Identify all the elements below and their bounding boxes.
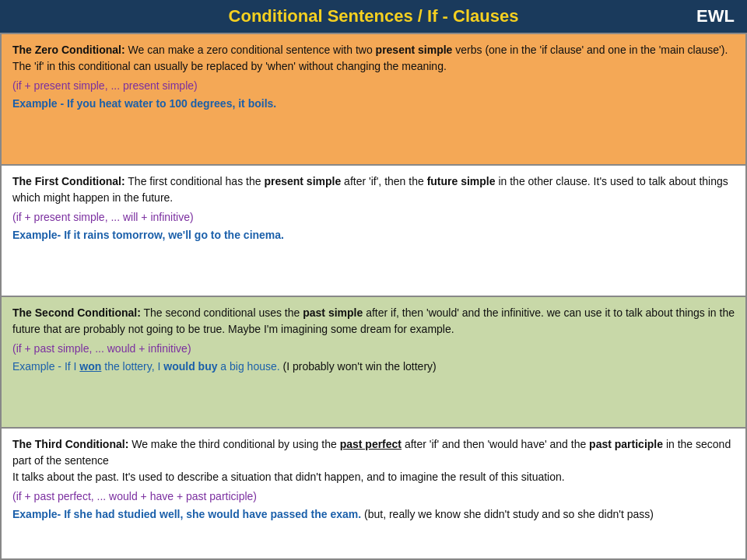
- first-example-bold: Example- If it rains tomorrow, we'll go …: [12, 229, 284, 241]
- zero-formula: (if + present simple, ... present simple…: [12, 78, 735, 94]
- second-example-buy: would buy: [163, 360, 217, 373]
- section-second: The Second Conditional: The second condi…: [2, 297, 745, 429]
- second-body1: The second conditional uses the: [141, 306, 303, 319]
- page-title: Conditional Sentences / If - Clauses: [229, 6, 519, 26]
- third-example: Example- If she had studied well, she wo…: [12, 506, 735, 523]
- zero-body1: We can make a zero conditional sentence …: [125, 44, 376, 56]
- page-header: Conditional Sentences / If - Clauses EWL: [0, 0, 747, 33]
- second-label: The Second Conditional:: [12, 306, 141, 319]
- third-example-blue: Example- If she had studied well, she wo…: [12, 508, 361, 520]
- second-example-prefix: Example - If I: [12, 360, 79, 373]
- third-bold2: past participle: [589, 438, 663, 450]
- first-body2: after 'if', then the: [341, 175, 426, 187]
- zero-example: Example - If you heat water to 100 degre…: [12, 96, 735, 112]
- logo: EWL: [696, 6, 735, 26]
- second-bold1: past simple: [303, 306, 363, 319]
- zero-example-bold: Example - If you heat water to 100 degre…: [12, 97, 276, 110]
- zero-bold1: present simple: [376, 44, 453, 56]
- first-bold2: future simple: [427, 175, 496, 187]
- third-body2: after 'if' and then 'would have' and the: [402, 438, 589, 450]
- third-text: The Third Conditional: We make the third…: [12, 436, 735, 485]
- second-example: Example - If I won the lottery, I would …: [12, 359, 735, 375]
- third-formula: (if + past perfect, ... would + have + p…: [12, 488, 735, 505]
- third-label: The Third Conditional:: [12, 438, 128, 450]
- third-example-normal: (but, really we know she didn't study an…: [361, 508, 654, 520]
- main-content: The Zero Conditional: We can make a zero…: [0, 33, 747, 560]
- third-body1: We make the third conditional by using t…: [128, 438, 339, 450]
- third-bold1: past perfect: [340, 438, 402, 450]
- first-label: The First Conditional:: [12, 175, 125, 187]
- first-text: The First Conditional: The first conditi…: [12, 173, 735, 206]
- zero-text: The Zero Conditional: We can make a zero…: [12, 42, 735, 75]
- second-example-won: won: [79, 360, 101, 373]
- second-example-mid: the lottery, I: [101, 360, 163, 373]
- first-body1: The first conditional has the: [125, 175, 265, 187]
- third-body4: It talks about the past. It's used to de…: [12, 471, 565, 483]
- section-zero: The Zero Conditional: We can make a zero…: [2, 34, 745, 166]
- second-formula: (if + past simple, ... would + infinitiv…: [12, 341, 735, 357]
- second-example-suffix-blue: a big house.: [217, 360, 279, 373]
- first-formula: (if + present simple, ... will + infinit…: [12, 209, 735, 226]
- section-first: The First Conditional: The first conditi…: [2, 166, 745, 297]
- first-example: Example- If it rains tomorrow, we'll go …: [12, 227, 735, 243]
- section-third: The Third Conditional: We make the third…: [2, 429, 745, 558]
- second-example-normal: (I probably won't win the lottery): [280, 360, 437, 373]
- second-text: The Second Conditional: The second condi…: [12, 305, 735, 338]
- zero-label: The Zero Conditional:: [12, 44, 125, 56]
- first-bold1: present simple: [264, 175, 341, 187]
